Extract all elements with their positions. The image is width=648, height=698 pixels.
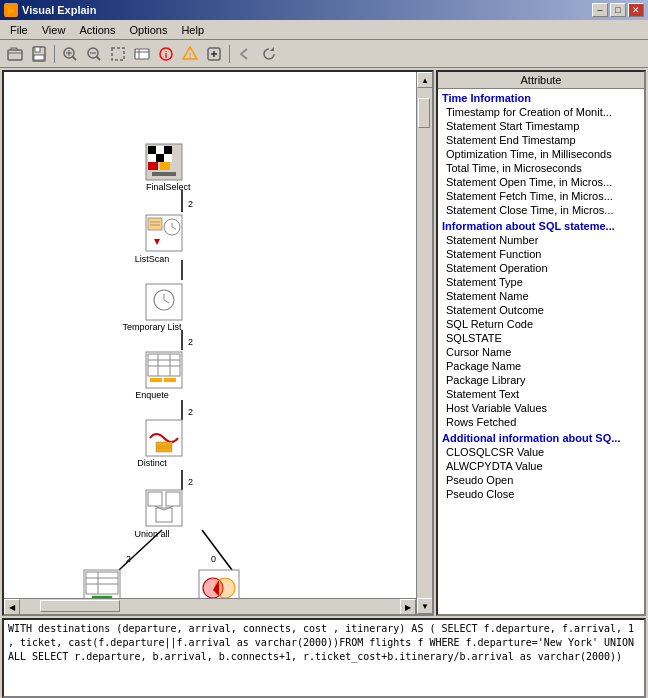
attr-item[interactable]: SQLSTATE (438, 331, 644, 345)
toolbar-open[interactable] (4, 43, 26, 65)
toolbar-back[interactable] (234, 43, 256, 65)
section-sql-info[interactable]: Information about SQL stateme... (438, 217, 644, 233)
attr-item[interactable]: Pseudo Close (438, 487, 644, 501)
sql-content: WITH destinations (departure, arrival, c… (8, 623, 634, 662)
svg-rect-47 (156, 154, 164, 162)
svg-rect-46 (148, 154, 156, 162)
minimize-button[interactable]: – (592, 3, 608, 17)
toolbar-action3[interactable]: ! (179, 43, 201, 65)
menu-help[interactable]: Help (175, 22, 210, 38)
attr-item[interactable]: Statement Function (438, 247, 644, 261)
svg-rect-89 (86, 572, 118, 594)
svg-text:2: 2 (188, 477, 193, 487)
node-finalselect[interactable] (146, 144, 182, 180)
svg-rect-12 (135, 49, 149, 59)
scroll-thumb[interactable] (418, 98, 430, 128)
attr-item[interactable]: Optimization Time, in Milliseconds (438, 147, 644, 161)
diagram-hscroll[interactable]: ◀ ▶ (4, 598, 416, 614)
hscroll-track (20, 599, 400, 614)
attr-item[interactable]: Statement Number (438, 233, 644, 247)
toolbar-action4[interactable] (203, 43, 225, 65)
svg-rect-77 (156, 442, 172, 452)
toolbar-action2[interactable]: i (155, 43, 177, 65)
sql-text-area: WITH destinations (departure, arrival, c… (2, 618, 646, 698)
svg-text:FinalSelect: FinalSelect (146, 182, 191, 192)
attr-item[interactable]: Statement Name (438, 289, 644, 303)
attr-item[interactable]: ALWCPYDTA Value (438, 459, 644, 473)
diagram-scroll: 2 2 2 2 2 0 0 (4, 72, 432, 614)
attr-item[interactable]: Statement End Timestamp (438, 133, 644, 147)
title-bar-controls: – □ ✕ (592, 3, 644, 17)
attr-item[interactable]: Statement Text (438, 387, 644, 401)
svg-line-34 (202, 530, 232, 570)
svg-rect-45 (164, 146, 172, 154)
node-distinct[interactable] (146, 420, 182, 456)
svg-rect-82 (148, 492, 162, 506)
attr-item[interactable]: Statement Open Time, in Micros... (438, 175, 644, 189)
toolbar-action1[interactable] (131, 43, 153, 65)
attr-item[interactable]: CLOSQLCSR Value (438, 445, 644, 459)
svg-text:2: 2 (188, 199, 193, 209)
section-additional-info[interactable]: Additional information about SQ... (438, 429, 644, 445)
attr-item[interactable]: Timestamp for Creation of Monit... (438, 105, 644, 119)
menu-view[interactable]: View (36, 22, 72, 38)
svg-text:2: 2 (188, 337, 193, 347)
window-title: Visual Explain (22, 4, 96, 16)
svg-text:Distinct: Distinct (137, 458, 167, 468)
svg-text:Enquete: Enquete (135, 390, 169, 400)
attr-item[interactable]: Package Name (438, 359, 644, 373)
attr-item[interactable]: Package Library (438, 373, 644, 387)
attr-item[interactable]: Statement Fetch Time, in Micros... (438, 189, 644, 203)
attr-item[interactable]: Statement Type (438, 275, 644, 289)
menu-bar: File View Actions Options Help (0, 20, 648, 40)
attr-item[interactable]: Host Variable Values (438, 401, 644, 415)
scroll-left[interactable]: ◀ (4, 599, 20, 614)
toolbar-save[interactable] (28, 43, 50, 65)
section-time-info[interactable]: Time Information (438, 89, 644, 105)
attr-item[interactable]: Statement Operation (438, 261, 644, 275)
svg-rect-0 (8, 50, 22, 60)
svg-rect-73 (150, 378, 162, 382)
attribute-header: Attribute (438, 72, 644, 89)
diagram-svg: 2 2 2 2 2 0 0 (4, 72, 414, 614)
svg-rect-74 (164, 378, 176, 382)
node-temporarylist[interactable] (146, 284, 182, 320)
toolbar-sep-2 (229, 45, 230, 63)
scroll-up[interactable]: ▲ (417, 72, 432, 88)
toolbar-refresh[interactable] (258, 43, 280, 65)
attr-item[interactable]: Cursor Name (438, 345, 644, 359)
attribute-list[interactable]: Time Information Timestamp for Creation … (438, 89, 644, 614)
menu-actions[interactable]: Actions (73, 22, 121, 38)
attr-item[interactable]: Statement Outcome (438, 303, 644, 317)
menu-file[interactable]: File (4, 22, 34, 38)
svg-text:2: 2 (126, 554, 131, 564)
diagram-vscroll[interactable]: ▲ ▼ (416, 72, 432, 614)
node-unionall[interactable] (146, 490, 182, 526)
svg-text:!: ! (189, 51, 192, 60)
diagram-panel[interactable]: 2 2 2 2 2 0 0 (2, 70, 434, 616)
menu-options[interactable]: Options (123, 22, 173, 38)
svg-rect-49 (148, 162, 158, 170)
attr-item[interactable]: Total Time, in Microseconds (438, 161, 644, 175)
svg-rect-44 (156, 146, 164, 154)
close-button[interactable]: ✕ (628, 3, 644, 17)
attr-item[interactable]: Statement Close Time, in Micros... (438, 203, 644, 217)
svg-rect-68 (148, 354, 180, 376)
toolbar-select[interactable] (107, 43, 129, 65)
attr-item[interactable]: Pseudo Open (438, 473, 644, 487)
scroll-track (417, 88, 432, 598)
attr-item[interactable]: Rows Fetched (438, 415, 644, 429)
scroll-right[interactable]: ▶ (400, 599, 416, 614)
svg-marker-22 (270, 47, 274, 51)
node-listscan[interactable] (146, 215, 182, 251)
maximize-button[interactable]: □ (610, 3, 626, 17)
toolbar-zoom-out[interactable] (83, 43, 105, 65)
svg-rect-43 (148, 146, 156, 154)
node-enquete[interactable] (146, 352, 182, 388)
scroll-down[interactable]: ▼ (417, 598, 432, 614)
attr-item[interactable]: SQL Return Code (438, 317, 644, 331)
toolbar-sep-1 (54, 45, 55, 63)
hscroll-thumb[interactable] (40, 600, 120, 612)
attr-item[interactable]: Statement Start Timestamp (438, 119, 644, 133)
toolbar-zoom-in[interactable] (59, 43, 81, 65)
